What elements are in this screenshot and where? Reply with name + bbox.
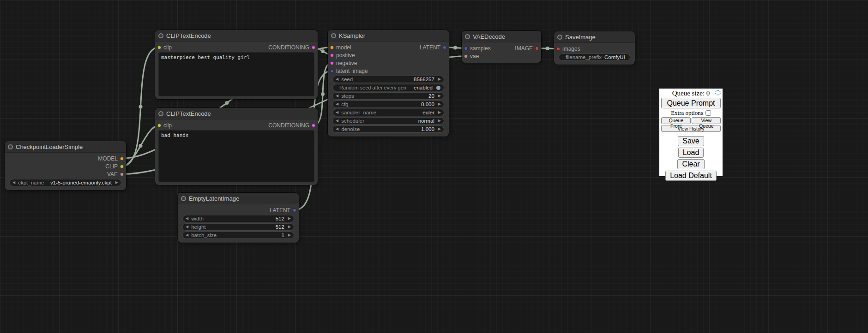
output-slot-vae[interactable] xyxy=(120,172,124,176)
widget-filename-prefix[interactable]: filename_prefix ComfyUI xyxy=(559,54,630,61)
node-title-bar[interactable]: CheckpointLoaderSimple xyxy=(5,141,126,153)
collapse-dot-icon[interactable] xyxy=(557,35,562,40)
increment-arrow-icon[interactable]: ▶ xyxy=(288,225,291,229)
input-label-images: images xyxy=(562,46,580,52)
output-slot-model[interactable] xyxy=(120,157,124,161)
node-cliptextencode-negative[interactable]: CLIPTextEncode clip CONDITIONING bad han… xyxy=(155,108,318,185)
output-label-latent: LATENT xyxy=(270,207,290,214)
queue-prompt-button[interactable]: Queue Prompt xyxy=(661,98,721,108)
widget-height[interactable]: ◀ height 512 ▶ xyxy=(182,223,294,231)
node-checkpointloadersimple[interactable]: CheckpointLoaderSimple MODEL CLIP VAE ◀ … xyxy=(5,141,126,190)
node-title-bar[interactable]: KSampler xyxy=(328,30,449,42)
output-slot-clip[interactable] xyxy=(120,165,124,168)
decrement-arrow-icon[interactable]: ◀ xyxy=(336,77,338,81)
collapse-dot-icon[interactable] xyxy=(331,33,336,38)
save-button[interactable]: Save xyxy=(678,136,704,146)
input-label-samples: samples xyxy=(470,45,491,52)
widget-value: 1 xyxy=(219,232,284,238)
queue-front-button[interactable]: Queue Front xyxy=(661,117,691,124)
increment-arrow-icon[interactable]: ▶ xyxy=(288,217,291,220)
widget-label: width xyxy=(191,216,204,221)
node-vaedecode[interactable]: VAEDecode samples IMAGE vae xyxy=(462,31,541,63)
decrement-arrow-icon[interactable]: ◀ xyxy=(336,127,338,131)
node-title: EmptyLatentImage xyxy=(189,195,239,202)
next-arrow-icon[interactable]: ▶ xyxy=(115,181,118,184)
comfy-menu-panel: Queue size: 0 Queue Prompt Extra options… xyxy=(659,89,723,176)
collapse-dot-icon[interactable] xyxy=(465,34,470,39)
node-title-bar[interactable]: CLIPTextEncode xyxy=(155,108,318,119)
input-label-vae: vae xyxy=(470,53,479,59)
widget-label: scheduler xyxy=(341,118,364,124)
decrement-arrow-icon[interactable]: ◀ xyxy=(186,217,188,220)
increment-arrow-icon[interactable]: ▶ xyxy=(288,233,291,237)
output-slot-latent[interactable] xyxy=(443,46,446,49)
input-slot-latent-image[interactable] xyxy=(330,69,334,73)
widget-scheduler[interactable]: ◀ scheduler normal ▶ xyxy=(332,117,444,125)
node-graph-canvas[interactable]: CheckpointLoaderSimple MODEL CLIP VAE ◀ … xyxy=(0,0,868,333)
output-slot-image[interactable] xyxy=(535,47,539,50)
input-slot-clip[interactable] xyxy=(157,124,161,127)
prev-arrow-icon[interactable]: ◀ xyxy=(12,181,15,184)
decrement-arrow-icon[interactable]: ◀ xyxy=(336,102,338,106)
next-arrow-icon[interactable]: ▶ xyxy=(438,111,441,114)
widget-seed[interactable]: ◀ seed 8566257 ▶ xyxy=(332,76,444,83)
input-slot-model[interactable] xyxy=(330,46,334,49)
output-label-vae: VAE xyxy=(107,171,118,178)
clear-button[interactable]: Clear xyxy=(677,159,704,169)
input-slot-clip[interactable] xyxy=(157,46,161,49)
widget-random-seed-toggle[interactable]: Random seed after every gen enabled xyxy=(332,84,444,91)
node-saveimage[interactable]: SaveImage images filename_prefix ComfyUI xyxy=(554,31,635,65)
increment-arrow-icon[interactable]: ▶ xyxy=(438,94,441,98)
node-title-bar[interactable]: EmptyLatentImage xyxy=(178,193,299,204)
prev-arrow-icon[interactable]: ◀ xyxy=(336,111,338,114)
input-slot-vae[interactable] xyxy=(464,54,468,58)
collapse-dot-icon[interactable] xyxy=(158,111,163,116)
extra-options-checkbox[interactable] xyxy=(705,110,711,116)
node-ksampler[interactable]: KSampler model LATENT positive negative … xyxy=(328,30,449,137)
widget-width[interactable]: ◀ width 512 ▶ xyxy=(182,215,294,222)
settings-gear-icon[interactable] xyxy=(715,90,721,95)
decrement-arrow-icon[interactable]: ◀ xyxy=(186,233,188,237)
node-cliptextencode-positive[interactable]: CLIPTextEncode clip CONDITIONING masterp… xyxy=(155,30,318,99)
load-default-button[interactable]: Load Default xyxy=(665,171,717,181)
view-queue-button[interactable]: View Queue xyxy=(692,117,721,124)
collapse-dot-icon[interactable] xyxy=(181,196,186,201)
widget-denoise[interactable]: ◀ denoise 1.000 ▶ xyxy=(332,125,444,133)
output-label-image: IMAGE xyxy=(515,45,533,52)
widget-label: steps xyxy=(341,93,354,99)
input-slot-negative[interactable] xyxy=(330,61,334,65)
widget-value: ComfyUI xyxy=(604,54,625,60)
next-arrow-icon[interactable]: ▶ xyxy=(438,119,441,123)
node-title-bar[interactable]: CLIPTextEncode xyxy=(155,30,318,42)
toggle-knob[interactable] xyxy=(436,86,440,90)
collapse-dot-icon[interactable] xyxy=(8,144,13,149)
node-title-bar[interactable]: VAEDecode xyxy=(462,31,541,42)
output-slot-conditioning[interactable] xyxy=(312,124,315,127)
widget-sampler-name[interactable]: ◀ sampler_name euler ▶ xyxy=(332,109,444,116)
widget-steps[interactable]: ◀ steps 20 ▶ xyxy=(332,92,444,100)
increment-arrow-icon[interactable]: ▶ xyxy=(438,127,441,131)
increment-arrow-icon[interactable]: ▶ xyxy=(438,77,441,81)
node-title: KSampler xyxy=(339,32,365,39)
output-slot-latent[interactable] xyxy=(293,208,296,212)
widget-label: height xyxy=(191,224,205,230)
output-slot-conditioning[interactable] xyxy=(312,46,315,49)
positive-prompt-textarea[interactable]: masterpiece best quality girl xyxy=(158,52,314,96)
prev-arrow-icon[interactable]: ◀ xyxy=(336,119,338,123)
decrement-arrow-icon[interactable]: ◀ xyxy=(336,94,338,98)
node-title-bar[interactable]: SaveImage xyxy=(554,31,635,43)
collapse-dot-icon[interactable] xyxy=(158,33,163,38)
negative-prompt-textarea[interactable]: bad hands xyxy=(158,130,314,182)
widget-value: 512 xyxy=(209,224,284,230)
widget-batch-size[interactable]: ◀ batch_size 1 ▶ xyxy=(182,232,294,239)
decrement-arrow-icon[interactable]: ◀ xyxy=(186,225,188,229)
input-slot-samples[interactable] xyxy=(464,47,468,50)
widget-label: cfg xyxy=(341,101,348,107)
input-slot-positive[interactable] xyxy=(330,54,334,57)
node-emptylatentimage[interactable]: EmptyLatentImage LATENT ◀ width 512 ▶ ◀ … xyxy=(178,193,299,243)
input-slot-images[interactable] xyxy=(556,47,560,51)
increment-arrow-icon[interactable]: ▶ xyxy=(438,102,441,106)
load-button[interactable]: Load xyxy=(678,148,704,158)
widget-cfg[interactable]: ◀ cfg 8.000 ▶ xyxy=(332,101,444,108)
widget-ckpt-name[interactable]: ◀ ckpt_name v1-5-pruned-emaonly.ckpt ▶ xyxy=(9,179,121,186)
